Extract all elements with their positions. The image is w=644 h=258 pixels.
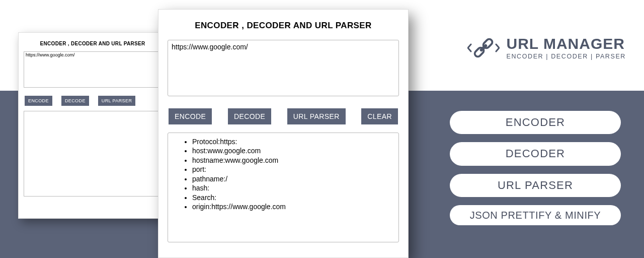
brand-name: URL MANAGER xyxy=(507,36,626,52)
card-title: ENCODER , DECODER AND URL PARSER xyxy=(168,21,399,31)
list-item: hash: xyxy=(192,183,395,192)
encode-button[interactable]: ENCODE xyxy=(169,108,212,124)
main-card: ENCODER , DECODER AND URL PARSER ENCODE … xyxy=(158,9,409,258)
url-input[interactable] xyxy=(168,40,399,96)
button-row: ENCODE DECODE URL PARSER xyxy=(25,96,162,106)
decode-button[interactable]: DECODE xyxy=(61,96,89,106)
url-input[interactable] xyxy=(24,51,162,88)
list-item: port: xyxy=(192,165,395,174)
list-item: origin:https://www.google.com xyxy=(192,202,395,211)
pill-decoder: DECODER xyxy=(450,142,621,165)
list-item: pathname:/ xyxy=(192,174,395,183)
logo-icon xyxy=(467,30,500,66)
output-box: Protocol:https: host:www.google.com host… xyxy=(168,133,399,242)
list-item: host:www.google.com xyxy=(192,146,395,155)
parsed-list: Protocol:https: host:www.google.com host… xyxy=(171,137,395,212)
output-box xyxy=(24,111,162,197)
pill-url-parser: URL PARSER xyxy=(450,174,621,197)
card-title: ENCODER , DECODER AND URL PARSER xyxy=(24,41,162,46)
pill-json: JSON PRETTIFY & MINIFY xyxy=(450,205,621,225)
brand-text: URL MANAGER ENCODER | DECODER | PARSER xyxy=(507,36,626,60)
brand-tagline: ENCODER | DECODER | PARSER xyxy=(507,53,626,60)
clear-button[interactable]: CLEAR xyxy=(361,108,398,124)
feature-pill-list: ENCODER DECODER URL PARSER JSON PRETTIFY… xyxy=(450,111,621,225)
url-parser-button[interactable]: URL PARSER xyxy=(98,96,136,106)
button-row: ENCODE DECODE URL PARSER CLEAR xyxy=(169,108,398,124)
small-preview-card: ENCODER , DECODER AND URL PARSER ENCODE … xyxy=(18,32,167,219)
pill-encoder: ENCODER xyxy=(450,111,621,134)
list-item: Protocol:https: xyxy=(192,137,395,146)
encode-button[interactable]: ENCODE xyxy=(25,96,52,106)
decode-button[interactable]: DECODE xyxy=(228,108,271,124)
list-item: Search: xyxy=(192,193,395,202)
list-item: hostname:www.google.com xyxy=(192,156,395,165)
url-parser-button[interactable]: URL PARSER xyxy=(287,108,346,124)
brand-block: URL MANAGER ENCODER | DECODER | PARSER xyxy=(467,30,626,66)
